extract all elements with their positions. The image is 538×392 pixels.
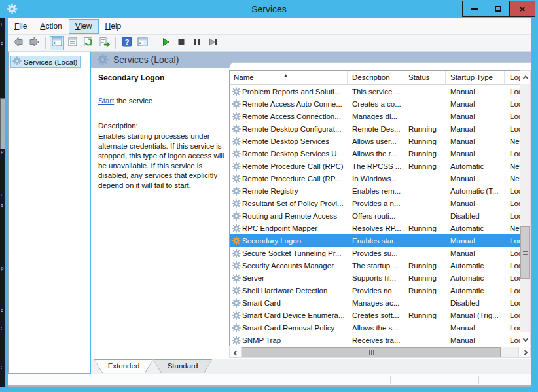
service-row[interactable]: Secure Socket Tunneling Pr...Provides su… [230,247,520,259]
start-service-button[interactable] [158,36,173,50]
service-gear-icon [230,298,242,308]
sort-ascending-icon: ▲ [283,71,288,82]
horizontal-scrollbar-thumb[interactable] [242,347,501,357]
tab-standard[interactable]: Standard [154,360,211,373]
forward-button[interactable] [27,36,41,50]
vertical-scrollbar-thumb[interactable] [520,226,530,279]
background-text-fragment: p [1,149,3,154]
service-row[interactable]: Remote Access Connection...Manages di...… [230,110,520,122]
menu-item-help[interactable]: Help [99,19,128,34]
service-row[interactable]: Secondary LogonEnables star...ManualLoc [230,234,520,247]
chevron-down-icon [522,336,528,342]
column-header-status[interactable]: Status [403,71,446,85]
maximize-button[interactable] [486,1,509,17]
service-startup-type: Manual [446,249,505,257]
tab-extended[interactable]: Extended [95,360,152,373]
service-startup-type: Manual (Trig... [446,312,505,319]
service-row[interactable]: Remote Access Auto Conne...Creates a co.… [230,98,520,110]
service-log-on-as: Loc [505,100,520,108]
column-header-description[interactable]: Description [348,71,403,85]
service-startup-type: Automatic [446,262,505,270]
service-row[interactable]: SNMP TrapReceives tra...ManualLoc [230,334,520,346]
service-row[interactable]: Problem Reports and Soluti...This servic… [230,85,520,98]
column-header-name[interactable]: Name▲ [230,71,348,85]
show-action-pane-button[interactable] [135,36,150,50]
menu-item-file[interactable]: File [8,19,33,34]
minimize-button[interactable] [462,1,486,17]
service-gear-icon [230,87,242,96]
menu-item-action[interactable]: Action [33,19,68,34]
close-button[interactable]: × [509,1,535,17]
back-icon [12,37,24,50]
service-gear-icon [230,199,242,208]
service-row[interactable]: Remote Procedure Call (RP...In Windows..… [230,172,520,185]
service-row[interactable]: Remote Desktop Services U...Allows the r… [230,147,520,160]
service-row[interactable]: Routing and Remote AccessOffers routi...… [230,209,520,222]
service-gear-icon [230,286,242,295]
service-log-on-as: Loc [505,212,520,220]
scroll-down-button[interactable] [520,332,530,346]
stop-service-button[interactable] [174,36,188,50]
chevron-right-icon [522,349,527,355]
service-row[interactable]: Security Accounts ManagerThe startup ...… [230,259,520,272]
services-gear-icon [12,56,22,68]
extended-view-content: Secondary Logon Start the service Descri… [91,68,531,359]
service-startup-type: Manual [446,175,505,183]
background-text-fragment: c [1,192,3,198]
service-status: Running [403,125,446,133]
refresh-button[interactable] [81,36,96,50]
service-startup-type: Manual [446,336,505,344]
service-row[interactable]: ServerSupports fil...RunningAutomaticLoc [230,272,520,284]
toolbar-separator [45,37,46,49]
service-row[interactable]: Resultant Set of Policy Provi...Provides… [230,197,520,209]
tree-item-services-local[interactable]: Services (Local) [10,56,81,68]
service-name: Smart Card Removal Policy [242,324,348,332]
service-name: Secondary Logon [242,237,348,245]
show-console-tree-button[interactable] [50,36,64,50]
background-text-fragment: s [1,203,3,208]
scroll-up-button[interactable] [520,71,530,84]
back-button[interactable] [11,36,26,50]
service-startup-type: Manual [446,113,505,120]
service-gear-icon [230,274,242,283]
service-row[interactable]: Remote Desktop Configurat...Remote Des..… [230,122,520,135]
service-row[interactable]: RPC Endpoint MapperResolves RP...Running… [230,222,520,234]
scroll-left-button[interactable] [230,347,242,357]
vertical-scrollbar[interactable] [520,70,531,346]
service-row[interactable]: Smart CardManages ac...DisabledLoc [230,296,520,309]
pane-header-title: Services (Local) [113,52,179,68]
service-status: Running [403,162,446,170]
horizontal-scrollbar[interactable] [229,347,531,358]
menu-item-view[interactable]: View [69,19,99,34]
service-log-on-as: Loc [505,200,520,207]
service-log-on-as: Loc [505,299,520,307]
service-description: Provides su... [348,249,403,257]
service-row[interactable]: Remote Procedure Call (RPC)The RPCSS ...… [230,160,520,172]
properties-button[interactable] [65,36,80,50]
service-action: Start the service [98,97,152,105]
pause-service-button[interactable] [190,36,204,50]
restart-service-button[interactable] [206,36,220,50]
service-log-on-as: Net [505,175,520,183]
service-startup-type: Manual [446,324,505,332]
titlebar[interactable]: Services × [0,0,538,18]
service-row[interactable]: Shell Hardware DetectionProvides no...Ru… [230,284,520,296]
maximize-icon [495,6,501,12]
column-header-log[interactable]: Log [505,71,520,85]
service-row[interactable]: Remote RegistryEnables rem...Automatic (… [230,185,520,197]
column-header-startup-type[interactable]: Startup Type [446,71,505,85]
service-row[interactable]: Remote Desktop ServicesAllows user...Run… [230,135,520,147]
export-list-button[interactable] [97,36,111,50]
scroll-right-button[interactable] [518,347,530,357]
service-gear-icon [230,99,242,109]
status-bar [8,374,531,385]
service-row[interactable]: Smart Card Removal PolicyAllows the s...… [230,321,520,334]
service-log-on-as: Loc [505,88,520,96]
service-row[interactable]: Smart Card Device Enumera...Creates soft… [230,309,520,321]
selected-service-name: Secondary Logon [98,73,229,82]
export-list-icon [99,37,110,50]
start-service-link[interactable]: Start [98,97,114,105]
service-status: Running [403,312,446,319]
service-log-on-as: Net [505,162,520,170]
help-button[interactable]: ? [120,36,134,50]
